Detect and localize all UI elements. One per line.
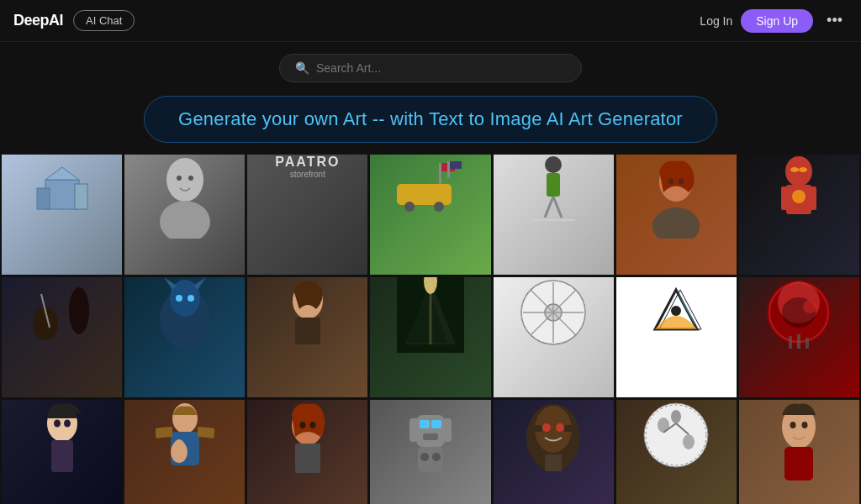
more-button[interactable]: •••: [821, 8, 848, 33]
search-input[interactable]: [316, 61, 566, 75]
svg-rect-81: [423, 433, 438, 440]
svg-point-39: [188, 295, 194, 302]
svg-point-5: [160, 201, 210, 239]
svg-rect-93: [532, 425, 542, 432]
svg-point-62: [803, 300, 816, 313]
hero-banner[interactable]: Generate your own Art -- with Text to Im…: [144, 96, 717, 143]
svg-point-57: [671, 306, 681, 316]
header-right: Log In Sign Up •••: [700, 8, 848, 33]
svg-rect-27: [808, 186, 816, 210]
grid-cell-wheel[interactable]: [494, 277, 614, 397]
grid-cell-young-man[interactable]: [739, 400, 859, 504]
grid-cell-redhead-serious[interactable]: [247, 400, 367, 504]
grid-cell-madonna[interactable]: [124, 400, 245, 504]
svg-point-30: [792, 190, 806, 203]
svg-rect-0: [45, 180, 79, 209]
svg-rect-105: [784, 447, 813, 480]
hero-text: Generate your own Art -- with Text to Im…: [178, 108, 683, 129]
svg-point-28: [790, 167, 799, 172]
svg-point-29: [799, 167, 807, 172]
svg-point-86: [432, 453, 441, 461]
grid-cell-red-moon[interactable]: [739, 277, 859, 397]
search-wrapper: 🔍: [279, 54, 582, 82]
svg-rect-77: [295, 444, 320, 473]
search-bar: 🔍: [0, 42, 861, 91]
svg-point-85: [420, 453, 429, 461]
svg-rect-64: [806, 338, 809, 349]
grid-cell-robot[interactable]: [370, 400, 490, 504]
svg-point-103: [790, 422, 796, 428]
svg-point-73: [173, 439, 185, 454]
svg-point-24: [785, 156, 812, 186]
header: DeepAI AI Chat Log In Sign Up •••: [0, 0, 861, 42]
svg-rect-14: [450, 161, 462, 169]
svg-point-7: [188, 176, 193, 181]
svg-point-21: [668, 179, 673, 185]
image-grid: PAATRO storefront: [0, 155, 861, 504]
svg-line-18: [553, 197, 562, 218]
grid-cell-ironman[interactable]: [739, 155, 859, 275]
grid-cell-forest[interactable]: [370, 277, 490, 397]
svg-point-97: [683, 434, 695, 449]
ai-chat-button[interactable]: AI Chat: [73, 10, 135, 31]
svg-point-38: [176, 295, 182, 302]
svg-point-76: [309, 422, 315, 428]
svg-rect-92: [549, 408, 557, 421]
svg-rect-83: [443, 418, 452, 442]
svg-rect-41: [295, 318, 320, 344]
grid-cell-skier[interactable]: [494, 155, 614, 275]
grid-cell-fantasy-battle[interactable]: [2, 277, 122, 397]
svg-rect-63: [789, 336, 792, 349]
svg-rect-82: [409, 418, 418, 442]
grid-cell-acrobats[interactable]: [616, 400, 737, 504]
svg-rect-26: [781, 186, 790, 210]
svg-line-17: [545, 197, 553, 218]
svg-rect-65: [797, 334, 800, 349]
svg-point-68: [64, 420, 71, 428]
grid-cell-anime-girl[interactable]: [2, 400, 122, 504]
svg-rect-8: [397, 184, 452, 205]
signup-button[interactable]: Sign Up: [741, 9, 813, 33]
grid-cell-paatro[interactable]: PAATRO storefront: [247, 155, 367, 275]
svg-point-75: [299, 422, 305, 428]
svg-rect-2: [75, 184, 87, 209]
svg-point-22: [679, 179, 684, 185]
svg-point-9: [404, 202, 415, 212]
svg-point-6: [177, 176, 182, 181]
hero-section: Generate your own Art -- with Text to Im…: [0, 91, 861, 155]
svg-point-104: [802, 422, 808, 428]
grid-cell-bus-flags[interactable]: [370, 155, 490, 275]
header-left: DeepAI AI Chat: [13, 10, 135, 31]
grid-cell-triangle-logo[interactable]: [616, 277, 737, 397]
svg-marker-3: [45, 167, 79, 180]
svg-rect-13: [447, 161, 450, 178]
svg-point-4: [166, 158, 203, 202]
svg-point-91: [556, 423, 564, 432]
svg-point-10: [434, 202, 444, 212]
grid-cell-aztec[interactable]: [494, 400, 614, 504]
svg-point-15: [545, 156, 562, 173]
search-icon: 🔍: [295, 61, 309, 75]
grid-cell-warrior[interactable]: [247, 277, 367, 397]
svg-rect-78: [416, 415, 445, 447]
svg-rect-94: [564, 425, 574, 432]
grid-cell-redhead[interactable]: [616, 155, 737, 275]
svg-rect-11: [439, 163, 441, 184]
svg-rect-80: [431, 420, 441, 428]
login-button[interactable]: Log In: [700, 14, 732, 28]
svg-point-67: [54, 420, 61, 428]
svg-rect-89: [545, 454, 562, 471]
svg-rect-1: [37, 188, 50, 209]
svg-point-90: [542, 423, 551, 432]
svg-point-33: [69, 287, 89, 334]
svg-point-98: [671, 410, 681, 423]
svg-point-23: [652, 207, 700, 239]
svg-rect-69: [51, 440, 73, 472]
grid-cell-building[interactable]: [2, 155, 122, 275]
svg-rect-16: [547, 173, 560, 197]
svg-rect-79: [420, 420, 430, 428]
logo[interactable]: DeepAI: [13, 12, 63, 29]
grid-cell-woman-portrait[interactable]: [124, 155, 245, 275]
grid-cell-dragon[interactable]: [124, 277, 245, 397]
